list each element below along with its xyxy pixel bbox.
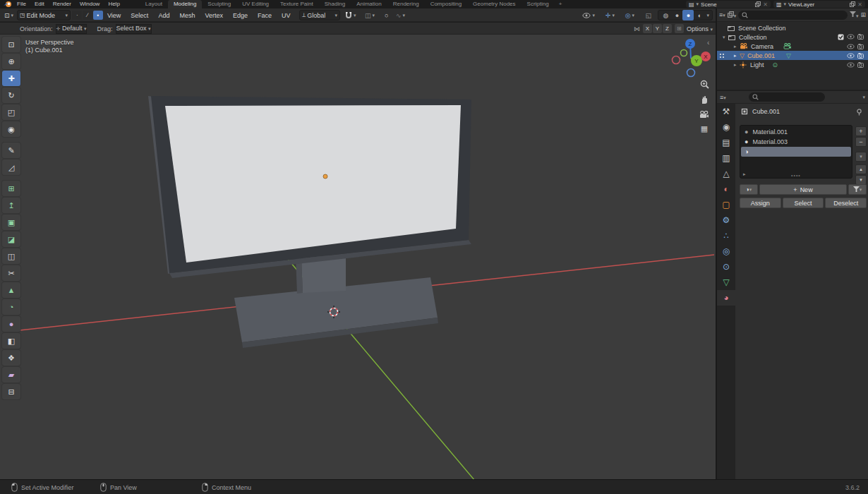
- transform-orientation-dropdown[interactable]: ⟂ Global ▾: [299, 10, 340, 20]
- shading-dropdown[interactable]: ▾: [705, 13, 711, 18]
- zoom-tool-button[interactable]: [697, 77, 711, 91]
- disable-render-toggle[interactable]: [857, 44, 864, 49]
- material-specials-dropdown[interactable]: ▾: [855, 152, 867, 162]
- new-view-layer-icon[interactable]: [850, 1, 855, 7]
- viewport-menu-vertex[interactable]: Vertex: [205, 12, 223, 19]
- list-expand-arrow-icon[interactable]: ▸: [743, 171, 746, 177]
- xray-toggle[interactable]: ◱: [643, 10, 653, 20]
- sidebar-collapse-arrow[interactable]: ‹: [707, 39, 709, 47]
- remove-material-slot-button[interactable]: −: [855, 137, 867, 147]
- material-slot-1[interactable]: ● Material.001: [741, 127, 851, 137]
- hide-eye-toggle[interactable]: [847, 53, 855, 59]
- workspace-tab-texture-paint[interactable]: Texture Paint: [275, 0, 319, 8]
- tool-loop-cut[interactable]: ◫: [2, 248, 20, 264]
- tool-knife[interactable]: ✂: [2, 265, 20, 281]
- orientation-setting-dropdown[interactable]: ✛ Default ▾: [56, 24, 88, 34]
- workspace-tab-shading[interactable]: Shading: [319, 0, 351, 8]
- expand-arrow-icon[interactable]: ▸: [734, 53, 740, 59]
- assign-button[interactable]: Assign: [740, 198, 781, 208]
- show-overlays-toggle[interactable]: ◎▾: [623, 10, 637, 20]
- edge-select-button[interactable]: ∕: [83, 11, 92, 20]
- material-slot-2[interactable]: ● Material.003: [741, 137, 851, 147]
- view-object-types-dropdown[interactable]: ▾: [580, 10, 597, 20]
- viewport-menu-edge[interactable]: Edge: [233, 12, 248, 19]
- tool-shrink-fatten[interactable]: ❖: [2, 350, 20, 366]
- workspace-tab-layout[interactable]: Layout: [140, 0, 168, 8]
- workspace-tab-sculpting[interactable]: Sculpting: [202, 0, 236, 8]
- scene-selector[interactable]: ▤▾ Scene ✕: [686, 1, 771, 8]
- outliner-editor-type-button[interactable]: ≡▾: [719, 11, 725, 18]
- disable-render-toggle[interactable]: [857, 62, 864, 68]
- material-filter-dropdown[interactable]: ▾: [848, 184, 867, 195]
- properties-tab-modifiers[interactable]: ⚙: [717, 212, 735, 228]
- mirror-x-button[interactable]: X: [643, 24, 652, 33]
- menu-help[interactable]: Help: [104, 0, 123, 8]
- collapse-arrow-icon[interactable]: ▾: [723, 35, 728, 40]
- viewport-menu-select[interactable]: Select: [131, 12, 148, 19]
- viewport-menu-face[interactable]: Face: [258, 12, 272, 19]
- properties-tab-tool[interactable]: ⚒: [717, 104, 735, 119]
- move-slot-up-button[interactable]: ▲: [855, 164, 867, 174]
- properties-tab-render[interactable]: ◉: [717, 119, 735, 135]
- properties-tab-view-layer[interactable]: ▥: [717, 150, 735, 166]
- tool-annotate[interactable]: ✎: [2, 143, 20, 158]
- properties-tab-world[interactable]: ◐: [717, 181, 735, 197]
- tool-cursor[interactable]: ⊕: [2, 54, 20, 69]
- properties-tab-object-data[interactable]: ▽: [717, 275, 735, 290]
- menu-edit[interactable]: Edit: [30, 0, 49, 8]
- tool-rip-region[interactable]: ⊟: [2, 384, 20, 399]
- proportional-falloff-dropdown[interactable]: ∿ ▾: [394, 10, 407, 20]
- list-resize-grip[interactable]: ••••: [791, 173, 801, 178]
- unlink-scene-icon[interactable]: ✕: [763, 1, 768, 8]
- properties-tab-object[interactable]: ▢: [717, 197, 735, 212]
- expand-arrow-icon[interactable]: ▸: [734, 62, 740, 68]
- editor-type-button[interactable]: ⊡▾: [2, 10, 16, 20]
- rendered-shading-button[interactable]: ◐: [694, 10, 705, 20]
- proportional-editing-button[interactable]: ○: [382, 10, 390, 20]
- properties-editor-type-button[interactable]: ≡▾: [720, 94, 726, 101]
- outliner-filter-button[interactable]: ▾: [850, 11, 859, 19]
- new-collection-button[interactable]: ⊞: [860, 11, 866, 18]
- tool-bevel[interactable]: ◪: [2, 231, 20, 247]
- face-select-button[interactable]: ▪: [93, 11, 103, 20]
- pin-icon[interactable]: [856, 109, 862, 116]
- tool-shear[interactable]: ▰: [2, 367, 20, 382]
- select-button[interactable]: Select: [783, 198, 824, 208]
- menu-window[interactable]: Window: [76, 0, 104, 8]
- vertex-select-button[interactable]: ∙: [72, 11, 82, 20]
- properties-tab-scene[interactable]: △: [717, 166, 735, 181]
- viewport-3d[interactable]: User Perspective (1) Cube.001 ⊡ ⊕ ✚ ↻ ◰ …: [0, 35, 716, 479]
- expand-arrow-icon[interactable]: ▸: [734, 44, 740, 49]
- material-preview-shading-button[interactable]: ●: [682, 10, 694, 20]
- menu-file[interactable]: File: [13, 0, 30, 8]
- pan-tool-button[interactable]: [697, 92, 711, 107]
- tool-transform[interactable]: ◉: [2, 121, 20, 137]
- add-workspace-button[interactable]: +: [555, 0, 567, 8]
- camera-view-button[interactable]: [697, 107, 711, 121]
- browse-material-button[interactable]: ◑▾: [740, 184, 758, 195]
- workspace-tab-modeling[interactable]: Modeling: [168, 0, 202, 8]
- tool-smooth[interactable]: ●: [2, 316, 20, 332]
- disable-render-toggle[interactable]: [857, 34, 864, 40]
- tool-select-box[interactable]: ⊡: [2, 37, 20, 52]
- snap-toggle-button[interactable]: ▾: [343, 10, 358, 20]
- properties-tab-output[interactable]: ▤: [717, 135, 735, 150]
- outliner-row-collection[interactable]: ▾ Collection: [717, 32, 868, 42]
- tool-rotate[interactable]: ↻: [2, 88, 20, 103]
- mode-dropdown[interactable]: ◳ Edit Mode ▾: [17, 10, 71, 20]
- tool-poly-build[interactable]: ▲: [2, 282, 20, 298]
- viewport-menu-view[interactable]: View: [107, 12, 121, 19]
- material-slot-3-empty[interactable]: ◑: [741, 147, 851, 157]
- tool-add-cube[interactable]: ⊞: [2, 181, 20, 196]
- exclude-checkbox[interactable]: [838, 34, 844, 40]
- add-material-slot-button[interactable]: +: [855, 126, 867, 136]
- deselect-button[interactable]: Deselect: [825, 198, 867, 208]
- mirror-y-button[interactable]: Y: [653, 24, 662, 33]
- mirror-z-button[interactable]: Z: [663, 24, 672, 33]
- outliner-row-light[interactable]: ▸ Light ⊙: [717, 60, 868, 69]
- outliner-display-mode-button[interactable]: ▾: [728, 11, 737, 19]
- wireframe-shading-button[interactable]: ◍: [660, 10, 671, 20]
- workspace-tab-scripting[interactable]: Scripting: [522, 0, 555, 8]
- tool-move[interactable]: ✚: [2, 71, 20, 86]
- workspace-tab-uv-editing[interactable]: UV Editing: [236, 0, 275, 8]
